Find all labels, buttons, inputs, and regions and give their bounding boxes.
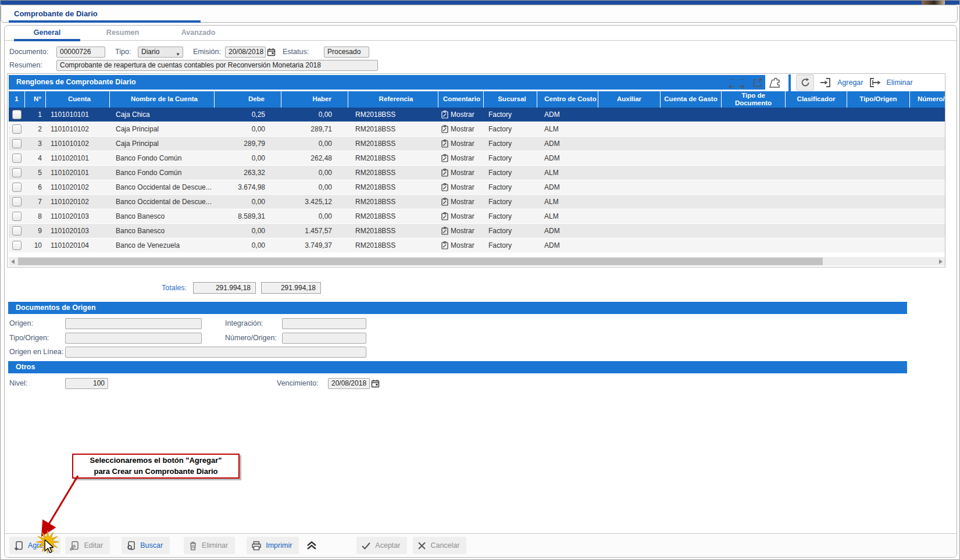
tab-general[interactable]: General [9, 26, 85, 41]
row-checkbox[interactable] [12, 226, 22, 236]
comentario-mostrar-link[interactable]: Mostrar [438, 209, 484, 223]
comentario-mostrar-link[interactable]: Mostrar [438, 195, 484, 209]
callout-line1: Seleccionaremos el botón "Agregar" [90, 455, 222, 466]
col-header-haber[interactable]: Haber [281, 91, 348, 108]
col-header-cuenta[interactable]: Cuenta [46, 91, 110, 108]
col-header-comentario[interactable]: Comentario [438, 91, 484, 108]
resumen-field[interactable]: Comprobante de reapertura de cuentas con… [56, 60, 378, 71]
comentario-mostrar-link[interactable]: Mostrar [438, 151, 484, 165]
table-row[interactable]: 5 1101020101 Banco Fondo Común 263,32 0,… [9, 166, 945, 180]
scrollbar-thumb[interactable] [18, 258, 823, 265]
col-header-debe[interactable]: Debe [215, 91, 281, 108]
row-checkbox[interactable] [12, 212, 22, 221]
col-header-clasificador[interactable]: Clasificador [786, 91, 847, 108]
grid-header-row: 1 N° Cuenta Nombre de la Cuenta Debe Hab… [9, 91, 945, 108]
comentario-mostrar-link[interactable]: Mostrar [438, 108, 484, 122]
col-header-numero[interactable]: N° [25, 91, 46, 108]
col-header-referencia[interactable]: Referencia [348, 91, 438, 108]
row-checkbox[interactable] [12, 183, 22, 192]
cell-cuenta-gasto [661, 238, 722, 252]
cell-clasificador [786, 122, 847, 136]
collapse-toolbar-button[interactable] [303, 537, 320, 554]
remove-row-icon[interactable] [868, 77, 881, 88]
tipo-select[interactable]: Diario ▼ [138, 47, 183, 58]
cell-tipo-documento [722, 180, 786, 194]
col-header-auxiliar[interactable]: Auxiliar [598, 91, 661, 108]
cell-tipo-origen [847, 137, 910, 151]
col-header-numero-origen[interactable]: Número/Or [910, 91, 945, 108]
comentario-mostrar-link[interactable]: Mostrar [438, 180, 484, 194]
table-row[interactable]: 10 1101020104 Banco de Venezuela 0,00 3.… [9, 238, 945, 253]
add-row-icon[interactable] [819, 77, 832, 88]
tipo-selected-value: Diario [141, 48, 159, 56]
double-chevron-up-icon [305, 540, 318, 551]
row-checkbox[interactable] [12, 154, 22, 163]
tipo-origen-field[interactable] [65, 333, 202, 344]
numero-origen-field[interactable] [282, 333, 366, 344]
comentario-mostrar-link[interactable]: Mostrar [438, 137, 484, 151]
horizontal-scrollbar[interactable] [9, 257, 945, 266]
cell-clasificador [786, 137, 847, 151]
grid-agregar-button[interactable]: Agregar [837, 79, 863, 87]
nivel-field[interactable]: 100 [65, 378, 108, 389]
integracion-field[interactable] [282, 318, 366, 329]
row-checkbox[interactable] [12, 168, 22, 177]
edit-note-icon [441, 227, 448, 235]
col-header-centro-costo[interactable]: Centro de Costo [537, 91, 598, 108]
documento-field[interactable]: 00000726 [56, 47, 105, 58]
footer-toolbar: Agregar Editar Buscar Elimina [5, 533, 957, 557]
aceptar-button[interactable]: Aceptar [356, 537, 407, 554]
cell-referencia: RM2018BSS [348, 195, 438, 209]
origen-en-linea-field[interactable] [65, 347, 366, 358]
open-external-icon[interactable] [751, 76, 764, 89]
tab-resumen[interactable]: Resumen [85, 26, 160, 41]
comentario-mostrar-link[interactable]: Mostrar [438, 238, 484, 252]
table-row[interactable]: 2 1101010102 Caja Principal 0,00 289,71 … [9, 122, 945, 137]
col-header-nombre[interactable]: Nombre de la Cuenta [110, 91, 215, 108]
table-row[interactable]: 4 1101020101 Banco Fondo Común 0,00 262,… [9, 151, 945, 166]
col-header-cuenta-gasto[interactable]: Cuenta de Gasto [661, 91, 722, 108]
origen-field[interactable] [65, 318, 202, 329]
cell-centro-costo: ALM [537, 195, 598, 209]
calendar-icon[interactable] [267, 48, 276, 56]
table-row[interactable]: 9 1101020103 Banco Banesco 0,00 1.457,57… [9, 224, 945, 238]
emision-date-field[interactable]: 20/08/2018 [225, 47, 266, 58]
cancelar-button[interactable]: Cancelar [413, 537, 466, 554]
scroll-left-arrow-icon[interactable] [11, 259, 15, 264]
grid-eliminar-button[interactable]: Eliminar [886, 79, 912, 87]
table-row[interactable]: 1 1101010101 Caja Chica 0,25 0,00 RM2018… [9, 108, 945, 122]
buscar-button[interactable]: Buscar [122, 537, 170, 554]
refresh-button[interactable] [796, 74, 814, 91]
column-navigation-arrows-icon[interactable]: ←→⇤⇥ [727, 74, 746, 91]
editar-button[interactable]: Editar [65, 537, 110, 554]
table-row[interactable]: 8 1101020103 Banco Banesco 8.589,31 0,00… [9, 209, 945, 224]
comentario-mostrar-link[interactable]: Mostrar [438, 224, 484, 238]
col-header-sucursal[interactable]: Sucursal [484, 91, 537, 108]
comentario-mostrar-link[interactable]: Mostrar [438, 166, 484, 180]
eliminar-button[interactable]: Eliminar [184, 537, 235, 554]
row-checkbox[interactable] [12, 124, 22, 134]
row-checkbox[interactable] [12, 241, 22, 250]
table-row[interactable]: 3 1101010102 Caja Principal 289,79 0,00 … [9, 137, 945, 151]
cell-cuenta: 1101020103 [46, 224, 110, 238]
table-row[interactable]: 6 1101020102 Banco Occidental de Descue.… [9, 180, 945, 195]
agregar-button[interactable]: Agregar [9, 537, 60, 554]
tab-bar: General Resumen Avanzado [5, 26, 957, 41]
col-header-select[interactable]: 1 [9, 91, 25, 108]
row-checkbox[interactable] [12, 139, 22, 148]
imprimir-button[interactable]: Imprimir [247, 537, 299, 554]
scroll-right-arrow-icon[interactable] [939, 259, 943, 264]
col-header-tipo-origen[interactable]: Tipo/Origen [847, 91, 910, 108]
row-checkbox[interactable] [12, 197, 22, 206]
cell-clasificador [786, 180, 847, 194]
emision-label: Emisión: [193, 48, 221, 56]
calendar-icon[interactable] [371, 379, 380, 388]
puzzle-icon[interactable] [769, 76, 783, 89]
row-checkbox[interactable] [12, 110, 22, 119]
comentario-mostrar-link[interactable]: Mostrar [438, 122, 484, 136]
close-icon [417, 541, 426, 550]
table-row[interactable]: 7 1101020102 Banco Occidental de Descue.… [9, 195, 945, 209]
vencimiento-date-field[interactable]: 20/08/2018 [328, 378, 370, 389]
col-header-tipo-documento[interactable]: Tipo de Documento [722, 91, 786, 108]
tab-avanzado[interactable]: Avanzado [160, 26, 236, 41]
